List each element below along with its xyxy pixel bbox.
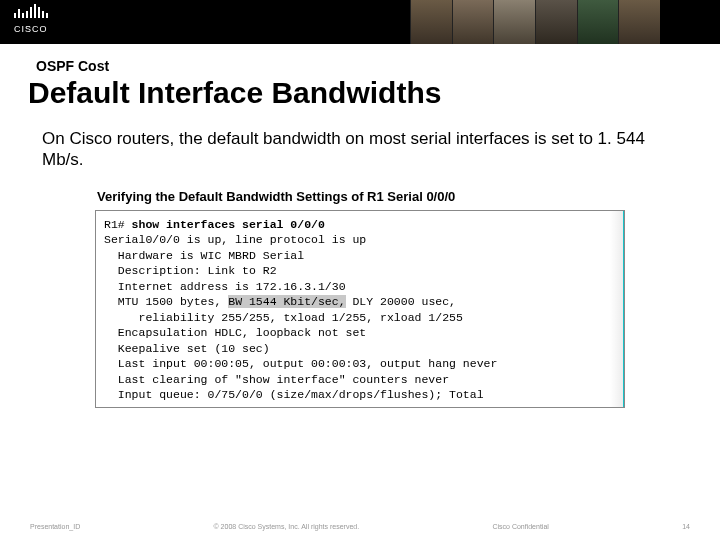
- terminal-accent-edge: [623, 211, 625, 407]
- header-bar: CISCO: [0, 0, 720, 44]
- footer-page-number: 14: [682, 523, 690, 530]
- terminal-line: Serial0/0/0 is up, line protocol is up: [104, 233, 366, 246]
- cisco-logo-icon: [14, 4, 48, 18]
- header-photo-strip: [410, 0, 660, 44]
- terminal-highlight: BW 1544 Kbit/sec,: [228, 295, 345, 308]
- footer-copyright: © 2008 Cisco Systems, Inc. All rights re…: [214, 523, 360, 530]
- terminal-command: show interfaces serial 0/0/0: [132, 218, 325, 231]
- slide-body-text: On Cisco routers, the default bandwidth …: [0, 120, 720, 171]
- terminal-figure: Verifying the Default Bandwidth Settings…: [95, 189, 625, 408]
- terminal-line: reliability 255/255, txload 1/255, rxloa…: [104, 311, 463, 324]
- slide-kicker: OSPF Cost: [0, 44, 720, 76]
- terminal-heading: Verifying the Default Bandwidth Settings…: [95, 189, 625, 210]
- terminal-line: DLY 20000 usec,: [346, 295, 456, 308]
- terminal-line: Last clearing of "show interface" counte…: [104, 373, 449, 386]
- terminal-scroll-shadow: [610, 211, 624, 407]
- terminal-line: Last input 00:00:05, output 00:00:03, ou…: [104, 357, 497, 370]
- terminal-prompt: R1#: [104, 218, 132, 231]
- terminal-window: R1# show interfaces serial 0/0/0 Serial0…: [95, 210, 625, 408]
- terminal-line: Internet address is 172.16.3.1/30: [104, 280, 346, 293]
- terminal-line: Description: Link to R2: [104, 264, 277, 277]
- slide-title: Default Interface Bandwidths: [0, 76, 720, 120]
- terminal-line: MTU 1500 bytes,: [104, 295, 228, 308]
- terminal-line: Input queue: 0/75/0/0 (size/max/drops/fl…: [104, 388, 484, 401]
- terminal-output: R1# show interfaces serial 0/0/0 Serial0…: [96, 211, 624, 408]
- slide-footer: Presentation_ID © 2008 Cisco Systems, In…: [0, 523, 720, 530]
- footer-left: Presentation_ID: [30, 523, 80, 530]
- footer-confidential: Cisco Confidential: [492, 523, 548, 530]
- terminal-line: Hardware is WIC MBRD Serial: [104, 249, 304, 262]
- terminal-line: Keepalive set (10 sec): [104, 342, 270, 355]
- terminal-line: Encapsulation HDLC, loopback not set: [104, 326, 366, 339]
